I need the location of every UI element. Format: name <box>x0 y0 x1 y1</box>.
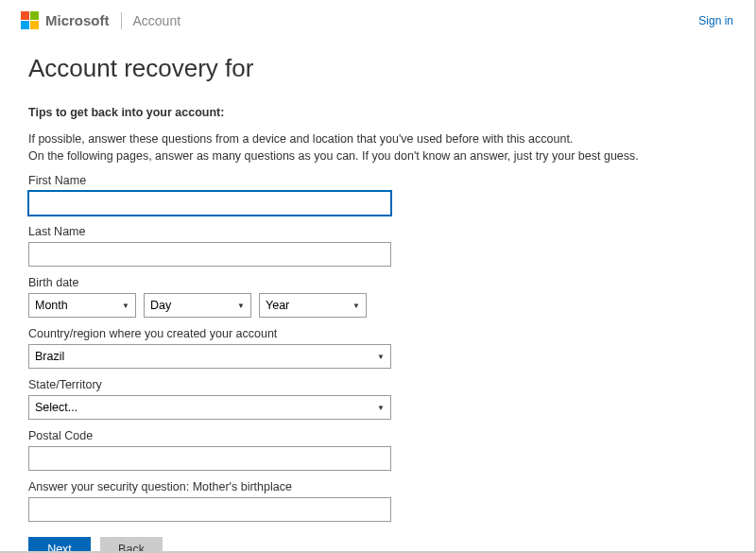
security-question-label: Answer your security question: Mother's … <box>28 480 726 493</box>
tips-heading: Tips to get back into your account: <box>28 106 726 119</box>
state-label: State/Territory <box>28 378 726 391</box>
header-section: Account <box>133 13 181 28</box>
microsoft-logo-icon <box>21 11 39 29</box>
country-label: Country/region where you created your ac… <box>28 327 726 340</box>
tips-line-1: If possible, answer these questions from… <box>28 130 726 147</box>
birth-year-select[interactable]: Year <box>259 293 367 318</box>
birth-day-select[interactable]: Day <box>144 293 251 318</box>
page-title: Account recovery for <box>28 54 726 83</box>
tips-line-2: On the following pages, answer as many q… <box>28 147 726 164</box>
tips-body: If possible, answer these questions from… <box>28 130 726 164</box>
last-name-input[interactable] <box>28 242 391 267</box>
country-select[interactable]: Brazil <box>28 344 391 369</box>
birth-date-label: Birth date <box>28 276 726 289</box>
last-name-label: Last Name <box>28 225 726 238</box>
security-answer-input[interactable] <box>28 497 391 522</box>
header-divider <box>121 12 122 29</box>
first-name-label: First Name <box>28 174 726 187</box>
first-name-input[interactable] <box>28 191 391 216</box>
signin-link[interactable]: Sign in <box>698 14 733 27</box>
birth-month-select[interactable]: Month <box>28 293 136 318</box>
state-select[interactable]: Select... <box>28 395 391 420</box>
main-content: Account recovery for Tips to get back in… <box>0 35 754 553</box>
next-button[interactable]: Next <box>28 537 91 553</box>
postal-code-label: Postal Code <box>28 429 726 442</box>
brand-text: Microsoft <box>45 12 110 28</box>
postal-code-input[interactable] <box>28 446 391 471</box>
header-left: Microsoft Account <box>21 11 180 29</box>
button-row: Next Back <box>28 537 726 553</box>
back-button[interactable]: Back <box>100 537 163 553</box>
page-header: Microsoft Account Sign in <box>0 0 754 35</box>
birth-date-row: Month Day Year <box>28 293 726 318</box>
